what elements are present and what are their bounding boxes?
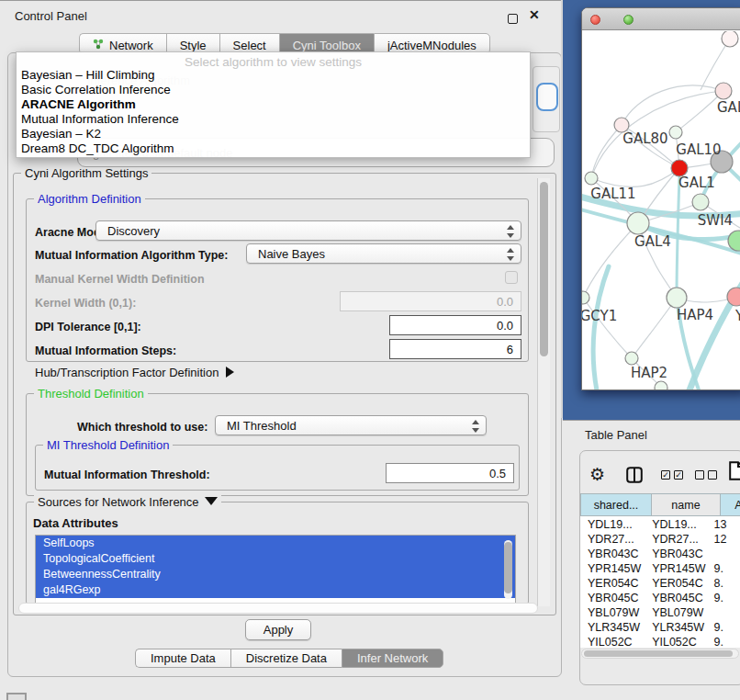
table-row[interactable]: YLR345WYLR345W9. [580,620,740,635]
data-attributes-label: Data Attributes [33,516,118,530]
network-node-gal10[interactable] [669,126,682,139]
table-row[interactable]: YBR045CYBR045C9. [580,591,740,605]
algorithm-option[interactable]: Dream8 DC_TDC Algorithm [21,141,526,156]
column-header-name[interactable]: name [652,493,721,516]
attribute-item[interactable]: gal4RGexp [36,582,515,598]
network-node-hap4[interactable] [667,288,687,308]
network-node-label: GAL80 [622,130,667,147]
mi-threshold-definition-title: MI Threshold Definition [43,438,173,452]
settings-scroll-thumb[interactable] [540,182,548,356]
mi-steps-field[interactable]: 6 [389,339,521,359]
network-edge[interactable] [583,223,638,298]
table-row[interactable]: YER054CYER054C8. [580,576,740,591]
algorithm-option[interactable]: Mutual Information Inference [21,112,526,127]
bottom-tab-bar: Impute DataDiscretize DataInfer Network [135,649,443,668]
algorithm-option[interactable]: Bayesian – Hill Climbing [21,68,526,83]
minimize-traffic-light-icon[interactable] [607,15,617,25]
tab-label: Cyni Toolbox [293,39,361,52]
table-row[interactable]: YBR043CYBR043C [580,547,740,561]
zoom-traffic-light-icon[interactable] [623,15,633,25]
table-cell: YLR345W [645,620,706,635]
table-horizontal-scrollbar[interactable] [581,649,739,659]
table-row[interactable]: YDR27...YDR27...12 [580,532,740,547]
table-cell: 8. [707,576,740,591]
algorithm-option[interactable]: Basic Correlation Inference [21,83,526,97]
network-edge[interactable] [583,298,632,358]
network-node[interactable] [722,31,738,47]
attribute-item[interactable]: SelfLoops [36,536,515,551]
network-edge[interactable] [701,39,730,90]
focused-side-button[interactable] [536,83,558,111]
export-table-icon[interactable] [729,461,740,484]
network-node-label: Y [734,308,740,324]
network-view-window: GALGAL80GAL10GAL1GAL11SWI4GAL4GCY1HAP4YH… [581,7,740,390]
mi-threshold-label: Mutual Information Threshold: [44,469,210,481]
network-node-gal4[interactable] [627,212,649,234]
select-all-checkboxes-icon[interactable]: ✓✓ [661,470,683,480]
table-cell: YER054C [645,576,706,591]
table-row[interactable]: YIL052CYIL052C9. [580,635,740,647]
column-header-A[interactable]: A [721,493,740,516]
mi-threshold-field[interactable]: 0.5 [386,463,514,483]
network-node-gal[interactable] [715,83,732,99]
network-node-gal11[interactable] [585,172,598,185]
close-icon[interactable]: ✕ [529,7,540,22]
network-node[interactable] [728,231,740,251]
network-edge[interactable] [632,298,677,358]
manual-kernel-checkbox[interactable] [505,271,518,284]
network-node-y[interactable] [727,288,740,306]
network-canvas[interactable]: GALGAL80GAL10GAL1GAL11SWI4GAL4GCY1HAP4YH… [582,31,740,390]
deselect-all-checkboxes-icon[interactable] [695,470,717,480]
network-node-gcy1[interactable] [582,291,589,304]
attribute-list-scroll-thumb[interactable] [504,542,512,593]
split-columns-icon[interactable] [626,467,643,487]
table-panel-title: Table Panel [585,428,647,442]
network-edge[interactable] [591,125,622,178]
column-header-shared[interactable]: shared... [580,493,652,516]
aracne-mode-select[interactable]: Discovery [95,220,521,241]
table-row[interactable]: YDL19...YDL19...13 [580,517,740,532]
table-cell: YBR045C [645,591,706,605]
float-window-icon[interactable] [508,14,518,24]
attribute-item[interactable]: BetweennessCentrality [36,567,515,582]
table-cell: 9. [707,635,740,647]
sources-title[interactable]: Sources for Network Inference [34,495,221,509]
settings-vertical-scrollbar[interactable] [537,178,550,606]
network-node-swi4[interactable] [692,194,709,210]
aracne-mode-value: Discovery [107,224,160,238]
settings-horizontal-scrollbar[interactable] [18,603,538,614]
table-cell: YER054C [580,576,645,591]
close-traffic-light-icon[interactable] [590,15,600,25]
attribute-item[interactable]: TopologicalCoefficient [36,551,515,567]
tab-infer-network[interactable]: Infer Network [342,649,443,668]
apply-button[interactable]: Apply [245,619,311,640]
algorithm-option[interactable]: Bayesian – K2 [21,127,526,141]
table-cell: 13 [707,517,740,532]
mi-type-select[interactable]: Naive Bayes [246,243,521,264]
tab-impute-data[interactable]: Impute Data [135,649,230,668]
algorithm-option[interactable]: ARACNE Algorithm [21,97,526,112]
attribute-list-scrollbar[interactable] [504,540,512,599]
table-scroll-thumb[interactable] [584,650,733,657]
table-row[interactable]: YBL079WYBL079W [580,605,740,620]
mi-type-value: Naive Bayes [258,247,325,261]
kernel-width-field[interactable]: 0.0 [340,291,521,311]
hub-section-toggle[interactable]: Hub/Transcription Factor Definition [35,366,234,379]
table-cell: YDR27... [580,532,645,547]
data-attributes-list[interactable]: SelfLoopsTopologicalCoefficientBetweenne… [35,535,516,604]
table-row[interactable]: YPR145WYPR145W9. [580,561,740,576]
which-threshold-select[interactable]: MI Threshold [215,415,487,435]
tab-label: Style [180,39,207,52]
hub-section-label: Hub/Transcription Factor Definition [35,366,219,379]
stepper-icon [507,248,514,261]
algorithm-dropdown-popup: Select algorithm to view settings Bayesi… [16,51,531,158]
network-window-titlebar[interactable] [582,8,740,30]
network-node[interactable] [655,381,667,390]
network-node-hap2[interactable] [625,352,638,365]
dpi-tolerance-field[interactable]: 0.0 [389,315,521,335]
gear-icon[interactable]: ⚙ [589,464,605,485]
stepper-icon [507,225,514,238]
stepper-icon [472,420,479,433]
table-cell: 9. [707,591,740,605]
tab-discretize-data[interactable]: Discretize Data [230,649,342,668]
